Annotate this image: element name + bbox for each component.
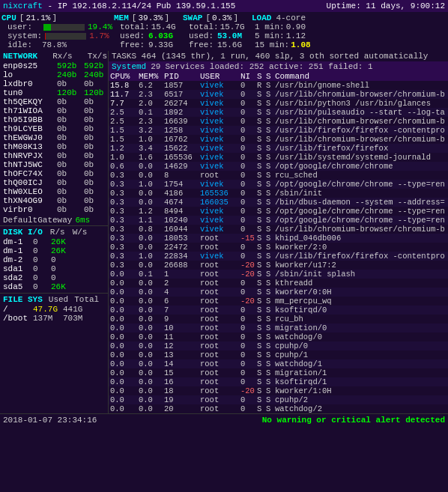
table-row: 11.7 2.3 6517 vivek 0 S S /usr/lib/chrom…: [109, 90, 448, 99]
header-uptime: Uptime: 11 days, 9:00:12: [327, 1, 445, 10]
swap-free: 15.6G: [217, 40, 242, 49]
table-row: 1.5 1.0 16762 vivek 0 S S /usr/lib/chrom…: [109, 135, 448, 144]
network-interfaces: enp0s25592b592b lo240b240b lxdbr00b0b tu…: [3, 61, 105, 214]
table-row: 0.6 0.0 14629 vivek 0 S S /opt/google/ch…: [109, 162, 448, 171]
table-row: 0.0 0.0 19 root 0 S S cpuhp/2: [109, 395, 448, 404]
table-row: 0.0 0.0 14 root 0 S S watchdog/1: [109, 359, 448, 368]
default-gateway: DefaultGateway 6ms: [3, 216, 105, 225]
table-row: 0.3 0.0 8 root 0 S S rcu_sched: [109, 171, 448, 180]
disk-list: dm-1026K dm-1026K dm-200 sda100 sda200 s…: [3, 237, 105, 291]
cpu-sys-pct: 1.7%: [89, 31, 109, 40]
process-header: CPU% MEM% PID USER NI S S Command: [109, 72, 448, 81]
swap-stats: SWAP [ 0.3% ] total: 15.7G used: 53.0M f…: [183, 13, 250, 49]
load-15min: 1.08: [291, 40, 310, 49]
table-row: 0.3 1.0 1754 vivek 0 S S /opt/google/chr…: [109, 180, 448, 189]
header-bar: nixcraft - IP 192.168.2.114/24 Pub 139.5…: [0, 0, 448, 12]
table-row: 0.3 0.8 16944 vivek 0 S S /usr/lib/chrom…: [109, 225, 448, 234]
mem-total: 15.4G: [151, 22, 176, 31]
table-row: 0.0 0.0 18 root -20 S S kworker/1:0H: [109, 386, 448, 395]
table-row: 0.0 0.0 20 root 0 S S watchdog/2: [109, 404, 448, 413]
table-row: 0.0 0.0 16 root 0 S S ksoftirqd/1: [109, 377, 448, 386]
fs-header: FILE SYS: [3, 295, 43, 304]
table-row: 0.3 0.0 4674 166035 0 S S /bin/dbus-daem…: [109, 198, 448, 207]
load-cores: 4-core: [276, 13, 306, 22]
cpu-user-pct: 19.4%: [88, 22, 112, 31]
table-row: 0.3 0.0 18053 root -15 S S khipd_046db00…: [109, 234, 448, 243]
mem-percent: 39.3%: [138, 13, 163, 22]
footer-alert: No warning or critical alert detected: [262, 416, 445, 425]
swap-label: SWAP: [183, 13, 202, 22]
table-row: 1.0 1.6 165536 vivek 0 S S /usr/lib/syst…: [109, 153, 448, 162]
load-stats: LOAD 4-core 1 min: 0.90 5 min: 1.12 15 m…: [252, 13, 312, 49]
cpu-stats: CPU [ 21.1% ] user: 19.4% system: 1.7%: [1, 13, 112, 49]
table-row: 0.0 0.0 10 root 0 S S migration/0: [109, 324, 448, 332]
cpu-percent: 21.1%: [25, 13, 50, 22]
mem-label: MEM: [114, 13, 129, 22]
table-row: 0.3 0.0 26688 root -20 S S kworker/u17:2: [109, 261, 448, 270]
swap-used: 53.0M: [217, 31, 242, 40]
table-row: 0.3 1.1 10240 vivek 0 S S /opt/google/ch…: [109, 216, 448, 225]
swap-percent: 0.3%: [212, 13, 231, 22]
fs-list: /47.7G441G /boot137M703M: [3, 305, 105, 323]
table-row: 2.5 2.3 16639 vivek 0 S S /usr/lib/chrom…: [109, 117, 448, 126]
table-row: 0.0 0.0 2 root 0 S S kthreadd: [109, 279, 448, 288]
network-header: NETWORK: [3, 52, 37, 61]
filesystem-section: FILE SYS Used Total /47.7G441G /boot137M…: [0, 293, 108, 324]
table-row: 0.0 0.0 6 root -20 S S mm_percpu_wq: [109, 297, 448, 306]
table-row: 0.0 0.0 7 root 0 S S ksoftirqd/0: [109, 306, 448, 315]
table-row: 0.0 0.0 11 root 0 S S watchdog/0: [109, 332, 448, 341]
app: nixcraft - IP 192.168.2.114/24 Pub 139.5…: [0, 0, 448, 426]
cpu-label: CPU: [1, 13, 16, 22]
table-row: 0.0 0.1 1 root -20 S S /sbin/init splash: [109, 270, 448, 279]
load-5min: 1.12: [286, 31, 306, 40]
table-row: 0.3 1.0 22834 vivek 0 S S /usr/lib/firef…: [109, 252, 448, 261]
systemd-bar: Systemd 29 Services loaded: 252 active: …: [109, 61, 448, 72]
table-row: 0.0 0.0 12 root 0 S S cpuhp/0: [109, 341, 448, 350]
systemd-name: Systemd: [112, 62, 146, 71]
tasks-bar: TASKS 464 (1345 thr), 1 run, 460 slp, 3 …: [109, 51, 448, 61]
table-row: 0.3 1.2 8494 vivek 0 S S /opt/google/chr…: [109, 207, 448, 216]
table-row: 1.2 3.4 15622 vivek 0 S S /usr/lib/firef…: [109, 144, 448, 153]
systemd-pid: 29: [151, 62, 160, 71]
network-section: NETWORK Rx/s Tx/s enp0s25592b592b lo240b…: [0, 51, 108, 225]
table-row: 0.3 0.0 22472 root 0 S S kworker/2:0: [109, 243, 448, 252]
systemd-services: Services loaded: 252 active: 251 failed:…: [165, 62, 372, 71]
load-label: LOAD: [252, 13, 271, 22]
footer-timestamp: 2018-01-07 23:34:16: [3, 416, 97, 425]
load-1min: 0.90: [286, 22, 306, 31]
disk-section: DISK I/O R/s W/s dm-1026K dm-1026K dm-20…: [0, 225, 108, 293]
table-row: 0.3 0.0 4186 165536 0 S S /sbin/init: [109, 189, 448, 198]
mem-free: 9.33G: [148, 40, 173, 49]
mem-stats: MEM [ 39.3% ] total: 15.4G used: 6.03G f…: [114, 13, 181, 49]
cpu-idle-pct: 78.8%: [42, 40, 67, 49]
mem-used: 6.03G: [148, 31, 173, 40]
tasks-text: TASKS 464 (1345 thr), 1 run, 460 slp, 3 …: [112, 52, 428, 61]
header-title: nixcraft - IP 192.168.2.114/24 Pub 139.5…: [3, 1, 235, 10]
footer: 2018-01-07 23:34:16 No warning or critic…: [0, 413, 448, 426]
table-row: 0.0 0.0 13 root 0 S S cpuhp/1: [109, 350, 448, 359]
table-row: 0.0 0.0 15 root 0 S S migration/1: [109, 368, 448, 377]
table-row: 1.5 3.2 1258 vivek 0 S S /usr/lib/firefo…: [109, 126, 448, 135]
table-row: 7.7 2.0 26274 vivek 0 S S /usr/bin/pytho…: [109, 99, 448, 108]
table-row: 0.0 0.0 4 root 0 S S kworker/0:0H: [109, 288, 448, 297]
table-row: 2.5 0.1 1892 vivek 0 S S /usr/bin/pulsea…: [109, 108, 448, 117]
process-list: 15.8 6.2 1857 vivek 0 R S /usr/bin/gnome…: [109, 81, 448, 413]
disk-header: DISK I/O: [3, 228, 43, 237]
swap-total: 15.7G: [220, 22, 245, 31]
table-row: 15.8 6.2 1857 vivek 0 R S /usr/bin/gnome…: [109, 81, 448, 90]
table-row: 0.0 0.0 9 root 0 S S rcu_bh: [109, 315, 448, 324]
